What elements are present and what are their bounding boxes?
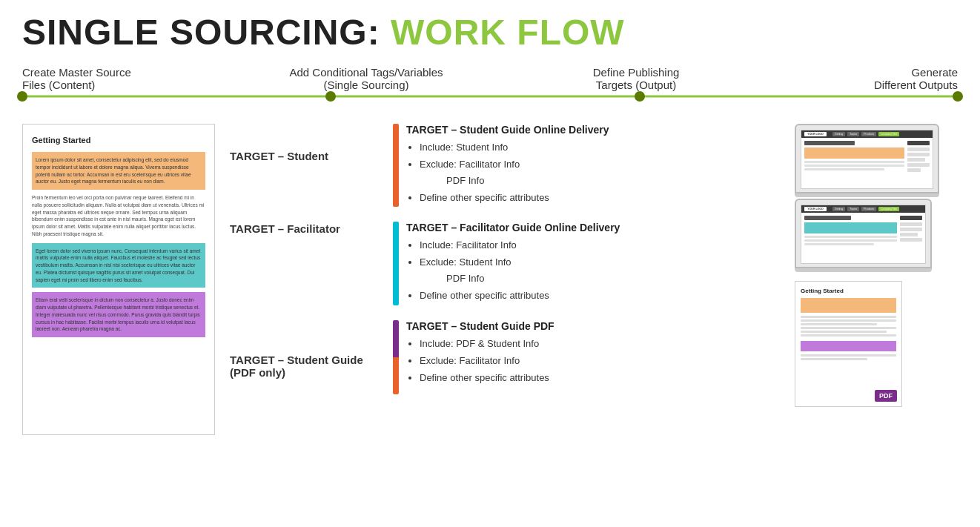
target-bar-teal (393, 222, 399, 305)
step-label-2: Add Conditional Tags/Variables(Single So… (285, 66, 448, 91)
list-item: Include: Student Info (420, 139, 780, 156)
laptop-screen-2: YOUR LOGO Getting Topics Products Compan… (801, 205, 926, 264)
list-item: Exclude: Facilitator Info PDF Info (420, 156, 780, 189)
step-label-4: GenerateDifferent Outputs (824, 66, 958, 91)
nav-link: Products (861, 207, 876, 211)
middle-target-2: TARGET – Facilitator (230, 222, 378, 235)
title-prefix: SINGLE SOURCING: (22, 13, 391, 52)
nav-link: Topics (847, 132, 859, 136)
timeline-dot-1 (17, 91, 27, 102)
timeline-dot-2 (325, 91, 336, 102)
doc-text-1: Proin fermentum leo vel orci porta non p… (32, 194, 205, 238)
pdf-line (801, 331, 887, 333)
nav-link: Company Nav (878, 132, 899, 136)
target-detail-1: TARGET – Student Guide Online Delivery I… (393, 124, 780, 207)
pdf-line (801, 354, 896, 357)
nav-link: Products (861, 132, 876, 136)
list-item: Define other specific attributes (420, 190, 780, 206)
nav-link: Topics (847, 207, 859, 211)
step-label-3: Define PublishingTargets (Output) (562, 66, 710, 91)
target-title-2: TARGET – Facilitator Guide Online Delive… (406, 222, 780, 233)
title-highlight: WORK FLOW (391, 13, 625, 52)
list-item: Define other specific attributes (420, 370, 780, 386)
nav-link: Getting (832, 207, 845, 211)
steps-row: Create Master SourceFiles (Content) Add … (22, 66, 958, 91)
pdf-line (801, 323, 877, 325)
target-bar-orange (393, 124, 399, 207)
timeline-line (22, 91, 958, 102)
target-content-3: TARGET – Student Guide PDF Include: PDF … (406, 320, 780, 387)
nav-link: Company Nav (878, 207, 899, 211)
doc-title: Getting Started (32, 135, 205, 146)
pdf-line (801, 334, 896, 337)
laptop-logo-1: YOUR LOGO (804, 132, 827, 136)
target-list-2: Include: Facilitator Info Exclude: Stude… (406, 237, 780, 304)
pdf-line (801, 319, 896, 322)
main-title: SINGLE SOURCING: WORK FLOW (22, 13, 958, 53)
content-area: Getting Started Lorem ipsum dolor sit am… (22, 124, 958, 435)
laptop-mockup-2: YOUR LOGO Getting Topics Products Compan… (795, 205, 932, 272)
output-column: YOUR LOGO Getting Topics Products Compan… (795, 124, 958, 407)
list-item: Exclude: Student Info PDF Info (420, 254, 780, 287)
pdf-line (801, 316, 896, 318)
target-detail-3: TARGET – Student Guide PDF Include: PDF … (393, 320, 780, 394)
middle-target-1: TARGET – Student (230, 150, 378, 162)
timeline-section: Create Master SourceFiles (Content) Add … (22, 66, 958, 102)
targets-detail-column: TARGET – Student Guide Online Delivery I… (393, 124, 780, 394)
target-detail-2: TARGET – Facilitator Guide Online Delive… (393, 222, 780, 305)
list-item: Include: Facilitator Info (420, 237, 780, 253)
doc-block-teal: Eget lorem dolor sed viverra ipsum nunc.… (32, 243, 205, 288)
laptop-mockup-1: YOUR LOGO Getting Topics Products Compan… (795, 124, 939, 197)
middle-target-3: TARGET – Student Guide (PDF only) (230, 354, 378, 379)
timeline-dot-4 (953, 91, 963, 102)
target-list-1: Include: Student Info Exclude: Facilitat… (406, 139, 780, 206)
step-label-1: Create Master SourceFiles (Content) (22, 66, 170, 91)
target-list-3: Include: PDF & Student Info Exclude: Fac… (406, 336, 780, 386)
pdf-mockup: Getting Started PDF (795, 281, 902, 407)
target-content-2: TARGET – Facilitator Guide Online Delive… (406, 222, 780, 305)
document-mockup: Getting Started Lorem ipsum dolor sit am… (22, 124, 215, 435)
list-item: Include: PDF & Student Info (420, 336, 780, 352)
pdf-doc-title: Getting Started (801, 288, 896, 294)
laptop-screen-1: YOUR LOGO Getting Topics Products Compan… (801, 130, 933, 189)
pdf-line (801, 358, 867, 360)
target-title-1: TARGET – Student Guide Online Delivery (406, 124, 780, 136)
target-content-1: TARGET – Student Guide Online Delivery I… (406, 124, 780, 207)
pdf-badge: PDF (875, 390, 897, 402)
targets-column: TARGET – Student TARGET – Facilitator TA… (230, 124, 378, 420)
list-item: Exclude: Facilitator Info (420, 353, 780, 369)
nav-link: Getting (832, 132, 845, 136)
target-title-3: TARGET – Student Guide PDF (406, 320, 780, 332)
laptop-logo-2: YOUR LOGO (804, 207, 827, 211)
doc-block-purple: Etiam erat velit scelerisque in dictum n… (32, 292, 205, 337)
target-bar-purple (393, 320, 399, 394)
list-item: Define other specific attributes (420, 288, 780, 304)
pdf-line (801, 327, 896, 329)
doc-block-orange: Lorem ipsum dolor sit amet, consectetur … (32, 152, 205, 190)
page-container: SINGLE SOURCING: WORK FLOW Create Master… (0, 0, 980, 527)
pdf-block-purple (801, 341, 896, 351)
pdf-block-orange (801, 298, 896, 313)
timeline-dot-3 (635, 91, 645, 102)
